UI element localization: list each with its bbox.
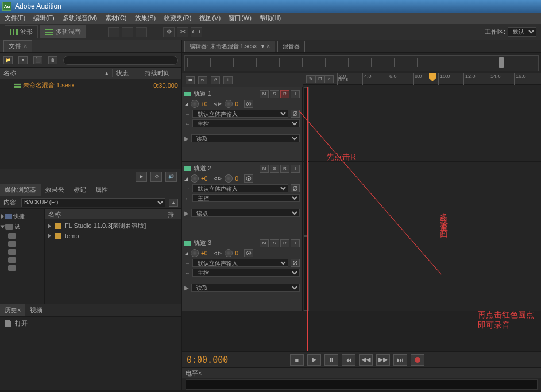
search-input[interactable] — [63, 56, 178, 65]
history-item[interactable]: 打开 — [0, 317, 181, 330]
pan-knob[interactable] — [225, 100, 233, 108]
menu-file[interactable]: 文件(F) — [5, 14, 25, 22]
record-arm-button[interactable]: R — [280, 165, 289, 173]
menu-effects[interactable]: 效果(S) — [135, 14, 156, 22]
col-name[interactable]: 名称▴ — [0, 69, 113, 77]
tab-history[interactable]: 历史× — [0, 304, 25, 316]
stereo-button[interactable]: Ø — [291, 110, 300, 118]
editor-tab[interactable]: 编辑器: 未命名混音 1.sesx▾× — [184, 41, 275, 52]
mb-folder-row[interactable]: FL Studio 11.0.3[亲测兼容版] — [45, 220, 181, 231]
pan-knob[interactable] — [225, 249, 233, 257]
timecode[interactable]: 0:00.000 — [187, 355, 228, 365]
solo-button[interactable]: S — [270, 239, 279, 247]
track-content[interactable] — [308, 87, 541, 161]
stereo-button[interactable]: Ø — [291, 259, 300, 267]
close-icon[interactable]: × — [17, 306, 21, 313]
col-status[interactable]: 状态 — [113, 69, 141, 77]
col-duration[interactable]: 持续时间 — [141, 69, 181, 77]
menu-edit[interactable]: 编辑(E) — [33, 14, 55, 22]
tab-media-browser[interactable]: 媒体浏览器 — [0, 184, 41, 196]
track-name[interactable]: 轨道 3 — [194, 239, 211, 247]
send-button[interactable]: ↱ — [211, 76, 220, 84]
import-button[interactable]: 📁 — [3, 56, 13, 64]
menu-help[interactable]: 帮助(H) — [260, 14, 281, 22]
track-name[interactable]: 轨道 1 — [194, 90, 211, 98]
go-start-button[interactable]: ⏮ — [342, 354, 355, 366]
timeline-overview[interactable] — [184, 55, 539, 71]
menu-window[interactable]: 窗口(W) — [229, 14, 252, 22]
track-content[interactable] — [308, 236, 541, 311]
close-icon[interactable]: × — [198, 370, 202, 377]
tool-button-2[interactable] — [122, 27, 133, 37]
snap-button[interactable]: ∩ — [324, 75, 334, 83]
record-arm-button[interactable]: R — [280, 239, 289, 247]
multitrack-mode-button[interactable]: 多轨混音 — [40, 25, 86, 38]
stereo-button[interactable]: Ø — [291, 184, 300, 192]
input-select[interactable]: 默认立体声输入 — [192, 184, 288, 192]
mb-folder-row[interactable]: temp — [45, 231, 181, 240]
tree-drive[interactable] — [1, 248, 43, 256]
ruler-tool-1[interactable]: ✎ — [306, 75, 315, 83]
files-tab[interactable]: 文件× — [3, 40, 32, 52]
go-end-button[interactable]: ⏭ — [393, 354, 407, 366]
loop-button[interactable]: ⟲ — [150, 172, 162, 182]
tab-video[interactable]: 视频 — [25, 304, 47, 316]
menu-multitrack[interactable]: 多轨混音(M) — [63, 14, 98, 22]
time-ruler[interactable]: ✎ ⊡ ∩ hms 2.0 4.0 6.0 8.0 10.0 12.0 14.0… — [303, 73, 541, 85]
monitor-button[interactable]: I — [291, 165, 300, 173]
input-monitor-button[interactable]: ⦿ — [244, 174, 253, 183]
output-select[interactable]: 主控 — [192, 194, 300, 202]
tab-markers[interactable]: 标记 — [69, 184, 91, 196]
volume-knob[interactable] — [191, 249, 199, 257]
overview-handle[interactable] — [499, 57, 504, 68]
tree-quick[interactable]: 快捷 — [1, 211, 43, 222]
rewind-button[interactable]: ◀◀ — [359, 354, 373, 366]
automation-select[interactable]: 读取 — [191, 284, 300, 292]
tree-drive[interactable] — [1, 256, 43, 264]
solo-button[interactable]: S — [270, 165, 279, 173]
slip-tool[interactable]: ⟷ — [191, 27, 202, 37]
solo-button[interactable]: S — [270, 90, 279, 98]
input-monitor-button[interactable]: ⦿ — [244, 100, 253, 108]
track-content[interactable] — [308, 162, 541, 236]
fx-button[interactable]: fx — [198, 76, 207, 84]
new-button[interactable]: ▾ — [18, 56, 28, 64]
record-button[interactable]: ⬛ — [33, 56, 42, 64]
tree-devices[interactable]: 设 — [1, 222, 43, 232]
tab-properties[interactable]: 属性 — [91, 184, 113, 196]
cut-tool[interactable]: ✂ — [177, 27, 188, 37]
mute-button[interactable]: M — [260, 239, 269, 247]
volume-knob[interactable] — [191, 100, 199, 108]
waveform-mode-button[interactable]: 波形 — [5, 25, 38, 38]
up-button[interactable]: ▴ — [169, 199, 178, 207]
volume-knob[interactable] — [191, 174, 199, 183]
automation-select[interactable]: 读取 — [191, 134, 300, 142]
mixer-tab[interactable]: 混音器 — [277, 41, 305, 52]
toggle-button[interactable]: ⇄ — [186, 76, 195, 84]
mb-col-dur[interactable]: 持 — [164, 210, 181, 219]
menu-favorites[interactable]: 收藏夹(R) — [164, 14, 191, 22]
monitor-button[interactable]: I — [291, 90, 300, 98]
ruler-tool-2[interactable]: ⊡ — [315, 75, 324, 83]
eq-button[interactable]: ⫼ — [223, 76, 233, 84]
autoplay-button[interactable]: 🔊 — [165, 172, 177, 182]
menu-view[interactable]: 视图(V) — [199, 14, 221, 22]
monitor-button[interactable]: I — [291, 239, 300, 247]
workspace-select[interactable]: 默认 — [508, 27, 536, 37]
path-select[interactable]: BACKUP (F:) — [21, 198, 165, 207]
tab-effects-rack[interactable]: 效果夹 — [41, 184, 69, 196]
input-select[interactable]: 默认立体声输入 — [192, 110, 288, 118]
pause-button[interactable]: ⏸ — [324, 354, 338, 366]
track-name[interactable]: 轨道 2 — [194, 164, 211, 173]
tree-drive[interactable] — [1, 232, 43, 240]
record-button[interactable] — [411, 354, 424, 366]
pan-knob[interactable] — [225, 174, 233, 183]
mb-col-name[interactable]: 名称 — [45, 210, 164, 219]
tree-drive[interactable] — [1, 264, 43, 272]
level-tab[interactable]: 电平 — [186, 369, 198, 378]
close-icon[interactable]: × — [24, 42, 27, 49]
menu-clip[interactable]: 素材(C) — [105, 14, 126, 22]
output-select[interactable]: 主控 — [192, 119, 300, 127]
mute-button[interactable]: M — [260, 90, 269, 98]
tool-button-3[interactable] — [136, 27, 147, 37]
